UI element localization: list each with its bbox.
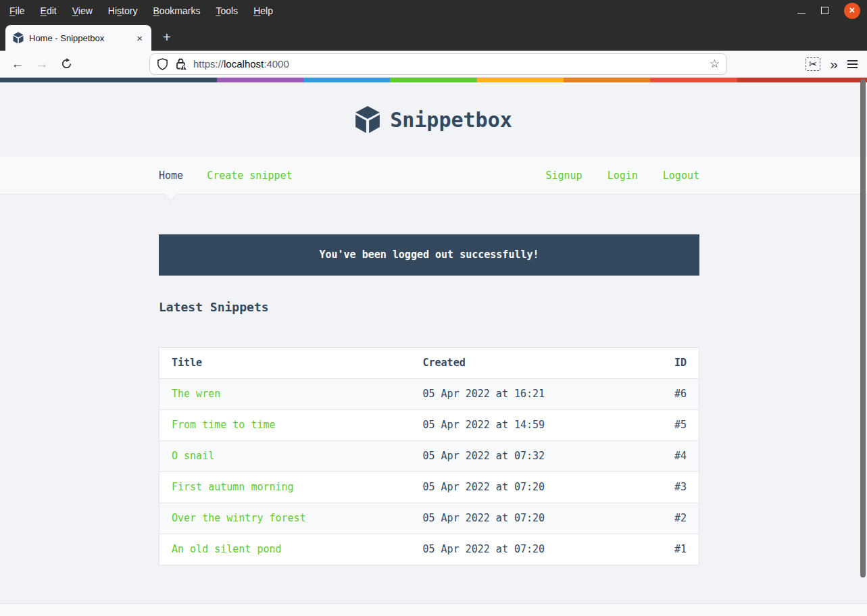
snippet-link[interactable]: An old silent pond bbox=[172, 543, 282, 555]
overflow-menu-icon[interactable]: » bbox=[830, 57, 838, 71]
snippet-link[interactable]: The wren bbox=[172, 388, 220, 400]
url-bar[interactable]: https://localhost:4000 ☆ bbox=[149, 53, 727, 75]
flash-message: You've been logged out successfully! bbox=[159, 234, 699, 276]
tab-bar: Home - Snippetbox × + bbox=[0, 21, 867, 51]
minimize-button[interactable] bbox=[797, 13, 806, 14]
site-title[interactable]: Snippetbox bbox=[390, 108, 512, 132]
snippet-id: #1 bbox=[639, 534, 699, 565]
window-controls: × bbox=[797, 3, 867, 19]
forward-icon[interactable]: → bbox=[32, 54, 52, 74]
rainbow-accent-bar bbox=[0, 78, 867, 82]
shield-icon[interactable] bbox=[157, 58, 168, 70]
toolbar-right: ✂ » bbox=[806, 57, 867, 71]
latest-snippets-heading: Latest Snippets bbox=[159, 300, 699, 314]
url-input[interactable]: https://localhost:4000 bbox=[193, 58, 704, 70]
table-header-row: Title Created ID bbox=[159, 348, 699, 379]
snippet-created: 05 Apr 2022 at 16:21 bbox=[411, 379, 639, 410]
snippet-link[interactable]: First autumn morning bbox=[172, 481, 294, 493]
back-icon[interactable]: ← bbox=[7, 54, 28, 74]
bookmark-star-icon[interactable]: ☆ bbox=[710, 57, 720, 71]
snippet-link[interactable]: O snail bbox=[172, 450, 214, 462]
column-header-id: ID bbox=[639, 348, 699, 379]
snippet-link[interactable]: Over the wintry forest bbox=[172, 512, 306, 524]
site-footer bbox=[0, 603, 867, 616]
tab-title: Home - Snippetbox bbox=[29, 33, 134, 43]
snippetbox-logo-icon bbox=[355, 105, 380, 134]
browser-window: File Edit View History Bookmarks Tools H… bbox=[0, 0, 867, 616]
snippet-id: #3 bbox=[639, 472, 699, 503]
snippet-id: #6 bbox=[639, 379, 699, 410]
vertical-scrollbar[interactable] bbox=[859, 78, 867, 616]
main-content: You've been logged out successfully! Lat… bbox=[159, 195, 699, 565]
maximize-button[interactable] bbox=[821, 7, 828, 14]
tab-home-snippetbox[interactable]: Home - Snippetbox × bbox=[5, 25, 151, 51]
nav-right: Signup Login Logout bbox=[545, 170, 699, 182]
table-row: First autumn morning 05 Apr 2022 at 07:2… bbox=[159, 472, 699, 503]
snippet-link[interactable]: From time to time bbox=[172, 419, 276, 431]
snippet-created: 05 Apr 2022 at 14:59 bbox=[411, 410, 639, 441]
scrollbar-thumb[interactable] bbox=[860, 79, 866, 578]
nav-link-home[interactable]: Home bbox=[159, 170, 183, 182]
site-header: Snippetbox bbox=[0, 82, 867, 157]
snippet-id: #2 bbox=[639, 503, 699, 534]
table-row: The wren 05 Apr 2022 at 16:21 #6 bbox=[159, 379, 699, 410]
new-tab-button[interactable]: + bbox=[157, 28, 177, 47]
table-row: From time to time 05 Apr 2022 at 14:59 #… bbox=[159, 410, 699, 441]
snippet-created: 05 Apr 2022 at 07:20 bbox=[411, 534, 639, 565]
snippet-created: 05 Apr 2022 at 07:20 bbox=[411, 472, 639, 503]
menu-edit[interactable]: Edit bbox=[37, 4, 60, 18]
table-row: O snail 05 Apr 2022 at 07:32 #4 bbox=[159, 441, 699, 472]
snippets-table: Title Created ID The wren 05 Apr 2022 at… bbox=[159, 347, 699, 565]
menu-tools[interactable]: Tools bbox=[212, 4, 241, 18]
snippet-id: #4 bbox=[639, 441, 699, 472]
nav-left: Home Create snippet bbox=[159, 170, 293, 182]
table-row: Over the wintry forest 05 Apr 2022 at 07… bbox=[159, 503, 699, 534]
app-menu-icon[interactable] bbox=[847, 60, 858, 68]
snippet-id: #5 bbox=[639, 410, 699, 441]
titlebar: File Edit View History Bookmarks Tools H… bbox=[0, 0, 867, 21]
column-header-created: Created bbox=[411, 348, 639, 379]
reload-icon[interactable] bbox=[56, 54, 76, 74]
nav-link-signup[interactable]: Signup bbox=[545, 170, 582, 182]
insecure-lock-icon[interactable] bbox=[174, 57, 187, 70]
menu-bookmarks[interactable]: Bookmarks bbox=[149, 4, 203, 18]
menu-history[interactable]: History bbox=[105, 4, 141, 18]
nav-link-create-snippet[interactable]: Create snippet bbox=[207, 170, 292, 182]
menu-file[interactable]: File bbox=[6, 4, 28, 18]
snippet-created: 05 Apr 2022 at 07:32 bbox=[411, 441, 639, 472]
tab-close-icon[interactable]: × bbox=[134, 32, 145, 44]
screenshot-extension-icon[interactable]: ✂ bbox=[806, 57, 820, 71]
page-content: Snippetbox Home Create snippet Signup Lo… bbox=[0, 78, 867, 616]
snippet-created: 05 Apr 2022 at 07:20 bbox=[411, 503, 639, 534]
navigation-toolbar: ← → https://l bbox=[0, 51, 867, 78]
nav-link-logout[interactable]: Logout bbox=[663, 170, 699, 182]
table-row: An old silent pond 05 Apr 2022 at 07:20 … bbox=[159, 534, 699, 565]
menu-help[interactable]: Help bbox=[250, 4, 276, 18]
column-header-title: Title bbox=[159, 348, 411, 379]
nav-link-login[interactable]: Login bbox=[608, 170, 638, 182]
site-nav: Home Create snippet Signup Login Logout bbox=[0, 157, 867, 195]
reload-glyph bbox=[61, 58, 72, 70]
close-button[interactable]: × bbox=[844, 3, 860, 19]
snippetbox-favicon bbox=[13, 32, 24, 44]
menu-view[interactable]: View bbox=[69, 4, 96, 18]
menubar: File Edit View History Bookmarks Tools H… bbox=[0, 4, 276, 18]
